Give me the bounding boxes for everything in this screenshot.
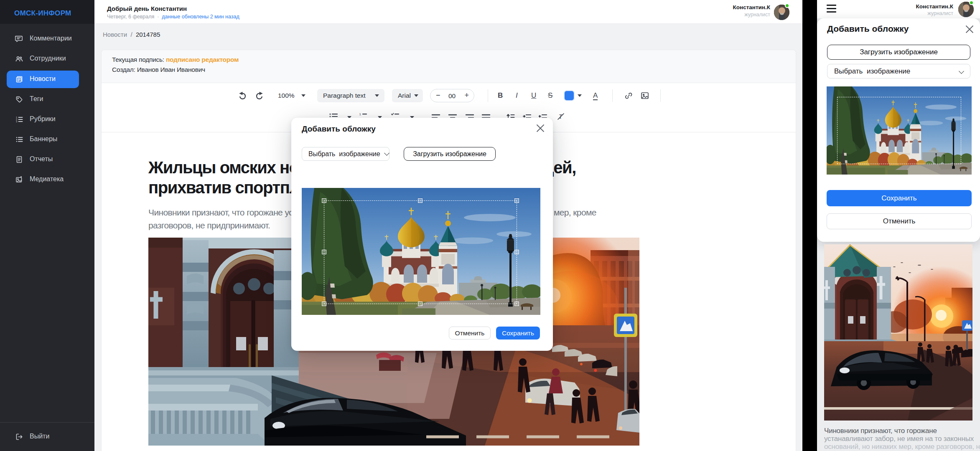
svg-text:3: 3 bbox=[16, 120, 17, 123]
svg-text:1: 1 bbox=[359, 112, 361, 116]
